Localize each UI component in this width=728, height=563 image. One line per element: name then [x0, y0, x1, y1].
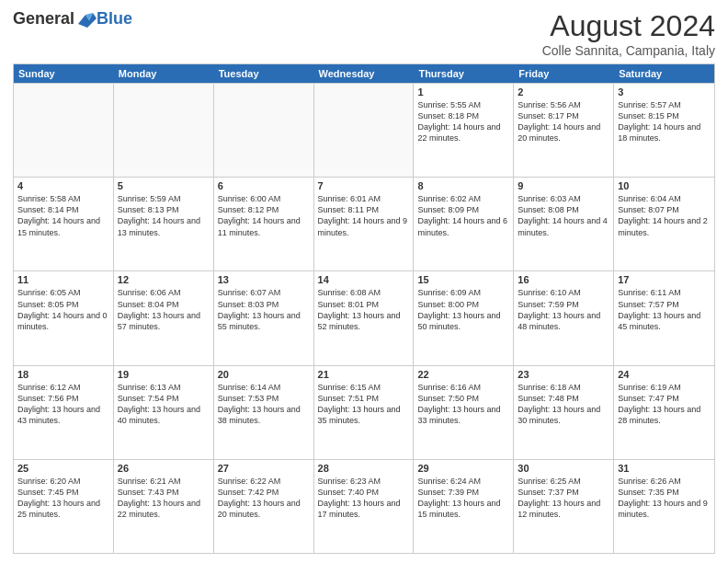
calendar-cell: 8Sunrise: 6:02 AM Sunset: 8:09 PM Daylig…	[414, 178, 514, 270]
cell-info: Sunrise: 6:11 AM Sunset: 7:57 PM Dayligh…	[618, 287, 711, 332]
header-wednesday: Wednesday	[314, 64, 415, 83]
cell-info: Sunrise: 6:08 AM Sunset: 8:01 PM Dayligh…	[318, 287, 410, 332]
cell-info: Sunrise: 6:21 AM Sunset: 7:43 PM Dayligh…	[118, 476, 210, 521]
calendar-cell: 29Sunrise: 6:24 AM Sunset: 7:39 PM Dayli…	[414, 460, 514, 553]
day-number: 6	[218, 180, 310, 191]
logo-general-text: General	[13, 9, 74, 29]
day-number: 3	[618, 86, 711, 98]
day-number: 12	[118, 274, 210, 285]
logo: General Blue	[13, 9, 132, 29]
day-number: 10	[618, 180, 711, 191]
day-number: 17	[618, 274, 711, 285]
cell-info: Sunrise: 6:07 AM Sunset: 8:03 PM Dayligh…	[218, 287, 310, 332]
header-thursday: Thursday	[414, 64, 514, 83]
cell-info: Sunrise: 6:23 AM Sunset: 7:40 PM Dayligh…	[318, 476, 410, 521]
day-number: 16	[518, 274, 609, 285]
calendar-cell: 21Sunrise: 6:15 AM Sunset: 7:51 PM Dayli…	[314, 366, 415, 459]
calendar-cell: 26Sunrise: 6:21 AM Sunset: 7:43 PM Dayli…	[114, 460, 214, 553]
cell-info: Sunrise: 6:14 AM Sunset: 7:53 PM Dayligh…	[218, 382, 310, 427]
header: General Blue August 2024 Colle Sannita, …	[13, 9, 715, 58]
calendar-cell: 3Sunrise: 5:57 AM Sunset: 8:15 PM Daylig…	[614, 84, 714, 177]
calendar-cell: 25Sunrise: 6:20 AM Sunset: 7:45 PM Dayli…	[14, 460, 114, 553]
cell-info: Sunrise: 6:05 AM Sunset: 8:05 PM Dayligh…	[17, 287, 109, 332]
calendar-row-0: 1Sunrise: 5:55 AM Sunset: 8:18 PM Daylig…	[14, 83, 714, 177]
calendar-cell: 7Sunrise: 6:01 AM Sunset: 8:11 PM Daylig…	[314, 178, 415, 270]
day-number: 27	[218, 463, 310, 474]
day-number: 31	[618, 463, 711, 474]
cell-info: Sunrise: 6:10 AM Sunset: 7:59 PM Dayligh…	[518, 287, 609, 332]
day-number: 21	[318, 369, 410, 380]
calendar-body: 1Sunrise: 5:55 AM Sunset: 8:18 PM Daylig…	[14, 83, 714, 553]
day-number: 5	[118, 180, 210, 191]
cell-info: Sunrise: 6:18 AM Sunset: 7:48 PM Dayligh…	[518, 382, 609, 427]
day-number: 28	[318, 463, 410, 474]
calendar-cell: 13Sunrise: 6:07 AM Sunset: 8:03 PM Dayli…	[214, 271, 314, 364]
calendar-cell	[314, 84, 415, 177]
day-number: 15	[417, 274, 509, 285]
calendar-cell: 20Sunrise: 6:14 AM Sunset: 7:53 PM Dayli…	[214, 366, 314, 459]
calendar-cell: 11Sunrise: 6:05 AM Sunset: 8:05 PM Dayli…	[14, 271, 114, 364]
cell-info: Sunrise: 6:04 AM Sunset: 8:07 PM Dayligh…	[618, 193, 711, 238]
calendar-cell: 24Sunrise: 6:19 AM Sunset: 7:47 PM Dayli…	[614, 366, 714, 459]
day-number: 7	[318, 180, 410, 191]
location: Colle Sannita, Campania, Italy	[542, 43, 715, 58]
cell-info: Sunrise: 6:22 AM Sunset: 7:42 PM Dayligh…	[218, 476, 310, 521]
day-number: 20	[218, 369, 310, 380]
day-number: 24	[618, 369, 711, 380]
calendar-cell: 2Sunrise: 5:56 AM Sunset: 8:17 PM Daylig…	[514, 84, 614, 177]
cell-info: Sunrise: 6:12 AM Sunset: 7:56 PM Dayligh…	[17, 382, 109, 427]
calendar-cell	[114, 84, 214, 177]
cell-info: Sunrise: 5:58 AM Sunset: 8:14 PM Dayligh…	[17, 193, 109, 238]
header-sunday: Sunday	[14, 64, 114, 83]
day-number: 30	[518, 463, 609, 474]
cell-info: Sunrise: 6:25 AM Sunset: 7:37 PM Dayligh…	[518, 476, 609, 521]
day-number: 2	[518, 86, 609, 98]
calendar-cell: 4Sunrise: 5:58 AM Sunset: 8:14 PM Daylig…	[14, 178, 114, 270]
logo-bird-icon	[76, 11, 97, 28]
day-number: 8	[417, 180, 509, 191]
cell-info: Sunrise: 6:20 AM Sunset: 7:45 PM Dayligh…	[17, 476, 109, 521]
calendar-cell: 19Sunrise: 6:13 AM Sunset: 7:54 PM Dayli…	[114, 366, 214, 459]
cell-info: Sunrise: 6:24 AM Sunset: 7:39 PM Dayligh…	[417, 476, 509, 521]
calendar-cell: 15Sunrise: 6:09 AM Sunset: 8:00 PM Dayli…	[414, 271, 514, 364]
day-number: 18	[17, 369, 109, 380]
day-number: 1	[417, 86, 509, 98]
day-number: 4	[17, 180, 109, 191]
calendar-cell	[214, 84, 314, 177]
cell-info: Sunrise: 5:59 AM Sunset: 8:13 PM Dayligh…	[118, 193, 210, 238]
cell-info: Sunrise: 6:19 AM Sunset: 7:47 PM Dayligh…	[618, 382, 711, 427]
calendar-cell: 6Sunrise: 6:00 AM Sunset: 8:12 PM Daylig…	[214, 178, 314, 270]
header-saturday: Saturday	[614, 64, 714, 83]
calendar-cell: 12Sunrise: 6:06 AM Sunset: 8:04 PM Dayli…	[114, 271, 214, 364]
calendar-cell: 31Sunrise: 6:26 AM Sunset: 7:35 PM Dayli…	[614, 460, 714, 553]
cell-info: Sunrise: 6:03 AM Sunset: 8:08 PM Dayligh…	[518, 193, 609, 238]
calendar-cell: 28Sunrise: 6:23 AM Sunset: 7:40 PM Dayli…	[314, 460, 415, 553]
header-friday: Friday	[514, 64, 614, 83]
calendar-cell: 17Sunrise: 6:11 AM Sunset: 7:57 PM Dayli…	[614, 271, 714, 364]
calendar-row-2: 11Sunrise: 6:05 AM Sunset: 8:05 PM Dayli…	[14, 270, 714, 364]
cell-info: Sunrise: 5:55 AM Sunset: 8:18 PM Dayligh…	[417, 99, 509, 144]
day-number: 14	[318, 274, 410, 285]
day-number: 25	[17, 463, 109, 474]
cell-info: Sunrise: 6:15 AM Sunset: 7:51 PM Dayligh…	[318, 382, 410, 427]
calendar-row-4: 25Sunrise: 6:20 AM Sunset: 7:45 PM Dayli…	[14, 459, 714, 553]
day-number: 26	[118, 463, 210, 474]
day-number: 29	[417, 463, 509, 474]
calendar-cell: 5Sunrise: 5:59 AM Sunset: 8:13 PM Daylig…	[114, 178, 214, 270]
cell-info: Sunrise: 6:02 AM Sunset: 8:09 PM Dayligh…	[417, 193, 509, 238]
day-number: 11	[17, 274, 109, 285]
cell-info: Sunrise: 6:06 AM Sunset: 8:04 PM Dayligh…	[118, 287, 210, 332]
calendar-cell	[14, 84, 114, 177]
day-number: 22	[417, 369, 509, 380]
calendar-cell: 10Sunrise: 6:04 AM Sunset: 8:07 PM Dayli…	[614, 178, 714, 270]
day-number: 19	[118, 369, 210, 380]
cell-info: Sunrise: 6:13 AM Sunset: 7:54 PM Dayligh…	[118, 382, 210, 427]
cell-info: Sunrise: 6:00 AM Sunset: 8:12 PM Dayligh…	[218, 193, 310, 238]
calendar-cell: 22Sunrise: 6:16 AM Sunset: 7:50 PM Dayli…	[414, 366, 514, 459]
calendar-cell: 9Sunrise: 6:03 AM Sunset: 8:08 PM Daylig…	[514, 178, 614, 270]
cell-info: Sunrise: 6:01 AM Sunset: 8:11 PM Dayligh…	[318, 193, 410, 238]
month-title: August 2024	[542, 9, 715, 43]
calendar-cell: 1Sunrise: 5:55 AM Sunset: 8:18 PM Daylig…	[414, 84, 514, 177]
day-number: 9	[518, 180, 609, 191]
title-section: August 2024 Colle Sannita, Campania, Ita…	[542, 9, 715, 58]
